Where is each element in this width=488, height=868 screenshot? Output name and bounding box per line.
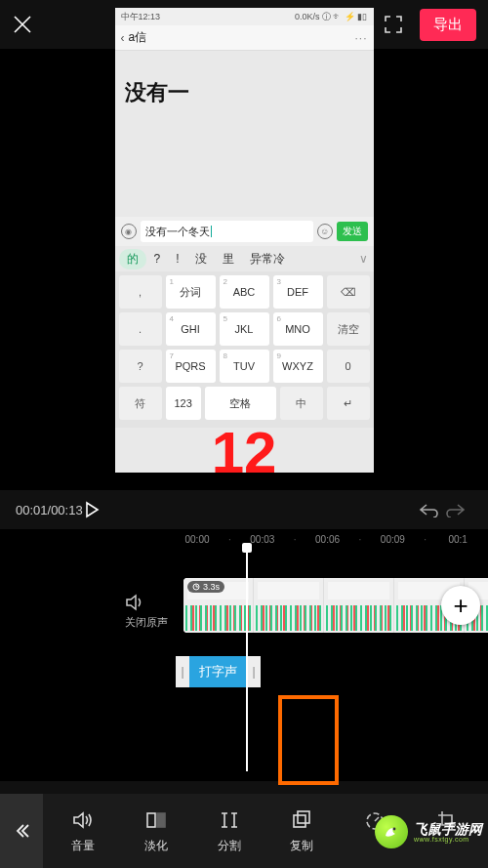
collapse-toolbar-button[interactable] bbox=[0, 794, 43, 868]
voice-icon: ◉ bbox=[121, 224, 137, 239]
phone-more-icon: ··· bbox=[354, 31, 367, 45]
svg-rect-2 bbox=[157, 813, 165, 827]
watermark: 飞鼠手游网 www.fsxtgy.com bbox=[375, 815, 482, 848]
tool-volume[interactable]: 音量 bbox=[54, 808, 112, 854]
tool-fade[interactable]: 淡化 bbox=[127, 808, 185, 854]
duration-badge: 3.3s bbox=[187, 581, 224, 593]
watermark-url: www.fsxtgy.com bbox=[414, 836, 482, 843]
annotation-highlight-box bbox=[278, 695, 339, 785]
tool-copy[interactable]: 复制 bbox=[272, 808, 331, 854]
phone-back-icon: ‹ bbox=[121, 31, 125, 45]
clip-handle-left[interactable]: | bbox=[176, 656, 189, 687]
clip-handle-right[interactable]: | bbox=[247, 656, 261, 687]
redo-button[interactable] bbox=[445, 502, 472, 517]
svg-rect-1 bbox=[147, 813, 155, 827]
fade-icon bbox=[144, 808, 168, 832]
svg-rect-4 bbox=[298, 811, 309, 823]
candidate-more-icon: ∨ bbox=[359, 252, 368, 266]
phone-send-button: 发送 bbox=[337, 222, 368, 241]
phone-header-title: a信 bbox=[129, 29, 355, 46]
speaker-icon bbox=[125, 594, 168, 611]
annotation-number: 12 bbox=[212, 419, 277, 486]
svg-point-6 bbox=[393, 828, 396, 831]
emoji-icon: ☺ bbox=[317, 224, 333, 239]
mute-original-audio[interactable]: 关闭原声 bbox=[125, 594, 168, 630]
add-clip-button[interactable]: + bbox=[441, 586, 480, 625]
watermark-title: 飞鼠手游网 bbox=[414, 822, 482, 836]
copy-icon bbox=[290, 808, 313, 832]
ime-keypad: , 1分词 2ABC 3DEF ⌫ . 4GHI 5JKL 6MNO 清空 ? … bbox=[115, 271, 374, 428]
fullscreen-icon[interactable] bbox=[381, 12, 406, 37]
phone-input-field: 没有一个冬天 bbox=[141, 221, 313, 242]
timeline[interactable]: 00:00· 00:03· 00:06· 00:09· 00:1 关闭原声 3.… bbox=[0, 529, 488, 781]
playback-row: 00:01/00:13 bbox=[0, 490, 488, 529]
play-button[interactable] bbox=[83, 501, 418, 518]
clip-label: 打字声 bbox=[189, 656, 247, 687]
phone-body-text: 没有一 bbox=[125, 78, 364, 107]
watermark-logo-icon bbox=[375, 815, 408, 848]
tool-split[interactable]: 分割 bbox=[200, 808, 259, 854]
split-icon bbox=[218, 808, 241, 832]
phone-status-left: 中午12:13 bbox=[121, 11, 161, 23]
time-display: 00:01/00:13 bbox=[16, 503, 83, 517]
phone-preview: 中午12:13 0.0K/s ⓘ ᯤ ⚡ ▮▯ ‹ a信 ··· 没有一 ◉ 没… bbox=[115, 8, 374, 473]
phone-status-right: 0.0K/s ⓘ ᯤ ⚡ ▮▯ bbox=[160, 11, 367, 23]
preview-area: 中午12:13 0.0K/s ⓘ ᯤ ⚡ ▮▯ ‹ a信 ··· 没有一 ◉ 没… bbox=[0, 49, 488, 490]
undo-button[interactable] bbox=[418, 502, 445, 517]
ime-candidate-row: 的 ? ! 没 里 异常冷 ∨ bbox=[115, 246, 374, 271]
playhead[interactable] bbox=[246, 547, 248, 771]
svg-rect-3 bbox=[294, 815, 305, 827]
volume-icon bbox=[71, 808, 95, 832]
close-button[interactable] bbox=[12, 14, 41, 35]
export-button[interactable]: 导出 bbox=[420, 9, 476, 41]
